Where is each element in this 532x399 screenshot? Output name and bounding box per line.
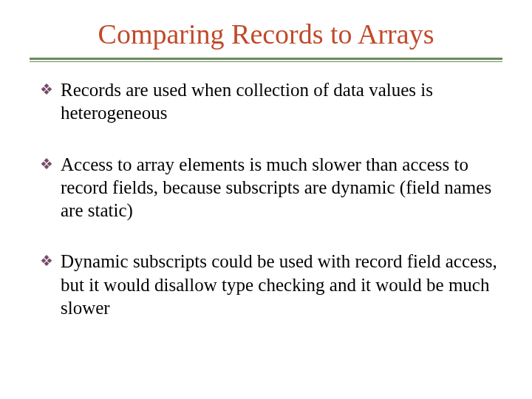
diamond-bullet-icon: ❖ (40, 81, 53, 99)
bullet-list: ❖ Records are used when collection of da… (30, 78, 502, 319)
bullet-text: Dynamic subscripts could be used with re… (61, 251, 497, 318)
diamond-bullet-icon: ❖ (40, 252, 53, 270)
list-item: ❖ Records are used when collection of da… (43, 78, 502, 125)
list-item: ❖ Dynamic subscripts could be used with … (43, 250, 502, 319)
bullet-text: Access to array elements is much slower … (61, 154, 491, 221)
list-item: ❖ Access to array elements is much slowe… (43, 153, 502, 222)
title-divider (30, 58, 502, 62)
diamond-bullet-icon: ❖ (40, 155, 53, 174)
slide-title: Comparing Records to Arrays (30, 18, 502, 50)
bullet-text: Records are used when collection of data… (61, 80, 433, 123)
